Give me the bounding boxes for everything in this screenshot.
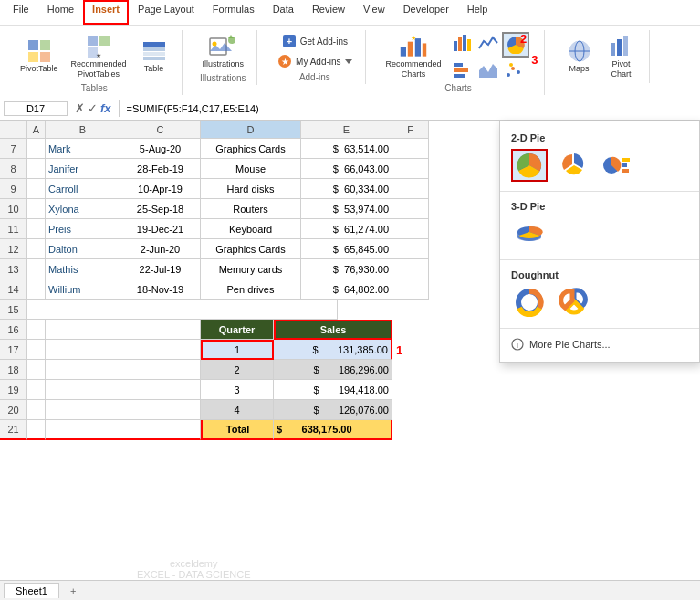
svg-rect-8 (143, 42, 165, 47)
col-header-b[interactable]: B (46, 121, 120, 139)
table-row: 10 Xylona 25-Sep-18 Routers $ 53,974.00 (0, 199, 429, 219)
col-header-d[interactable]: D (201, 121, 301, 139)
group-maps: Maps PivotChart (552, 30, 650, 83)
svg-point-54 (524, 297, 535, 308)
svg-rect-28 (458, 37, 462, 51)
svg-rect-2 (28, 52, 38, 62)
table-row: 14 Willium 18-Nov-19 Pen drives $ 64,802… (0, 279, 429, 300)
group-illustrations: Illustrations Illustrations (190, 30, 258, 85)
svg-rect-25 (423, 44, 426, 57)
tab-developer[interactable]: Developer (394, 0, 458, 25)
doughnut-explode-icon[interactable] (555, 286, 591, 319)
table-row: 15 (0, 300, 429, 320)
pie-2d-bar-icon[interactable] (599, 149, 635, 182)
svg-rect-22 (401, 47, 406, 57)
svg-point-39 (509, 63, 513, 67)
pie-3d-icon[interactable] (511, 217, 548, 250)
cell-reference[interactable]: D17 (4, 101, 68, 116)
formula-cancel-icon[interactable]: ✗ (75, 101, 85, 115)
badge-3: 3 (531, 53, 538, 67)
scatter-chart-button[interactable] (502, 59, 526, 81)
tab-view[interactable]: View (354, 0, 394, 25)
divider-3 (500, 328, 699, 329)
doughnut-icon[interactable] (511, 286, 548, 319)
sheet-tab-1[interactable]: Sheet1 (4, 583, 59, 598)
col-header-a[interactable]: A (27, 121, 46, 139)
formula-input[interactable] (123, 102, 696, 115)
svg-rect-32 (454, 63, 463, 67)
column-chart-button[interactable] (451, 32, 475, 58)
more-pie-charts-link[interactable]: i More Pie Charts... (500, 334, 699, 354)
svg-rect-43 (611, 43, 615, 56)
tab-data[interactable]: Data (264, 0, 303, 25)
recommended-charts-button[interactable]: ★ RecommendedCharts (382, 32, 445, 81)
svg-rect-27 (454, 41, 457, 51)
svg-point-37 (511, 67, 515, 70)
table-row: 9 Carroll 10-Apr-19 Hard disks $ 60,334.… (0, 179, 429, 199)
divider-1 (500, 191, 699, 192)
col-header-f[interactable]: F (392, 121, 429, 139)
pivot-table-button[interactable]: PivotTable (16, 37, 62, 76)
col-header-e[interactable]: E (301, 121, 392, 139)
formula-confirm-icon[interactable]: ✓ (88, 101, 98, 115)
add-sheet-button[interactable]: + (61, 584, 85, 598)
bar-chart-button[interactable] (451, 59, 475, 81)
line-chart-button[interactable] (476, 32, 500, 58)
charts-group-label: Charts (444, 83, 471, 93)
maps-button[interactable]: Maps (561, 37, 598, 76)
svg-point-36 (507, 73, 510, 77)
svg-rect-33 (454, 68, 468, 72)
svg-rect-9 (143, 47, 165, 51)
table-button[interactable]: Table (136, 37, 172, 76)
table-row: 17 1 $ 131,385.00 1 (0, 340, 429, 360)
svg-rect-3 (40, 52, 50, 62)
3d-pie-title: 3-D Pie (500, 197, 699, 214)
svg-text:+: + (286, 36, 291, 47)
pivot-chart-button[interactable]: PivotChart (603, 32, 640, 81)
svg-marker-35 (479, 64, 497, 78)
svg-rect-44 (617, 39, 622, 56)
svg-text:★: ★ (96, 52, 101, 58)
tab-help[interactable]: Help (458, 0, 497, 25)
tab-review[interactable]: Review (303, 0, 354, 25)
table-row: 20 4 $ 126,076.00 (0, 400, 429, 420)
area-chart-button[interactable] (476, 59, 500, 81)
total-label: Total (201, 420, 274, 440)
svg-rect-34 (454, 74, 465, 78)
watermark: exceldemyEXCEL - DATA SCIENCE (137, 558, 251, 580)
addins-group-label: Add-ins (299, 72, 330, 82)
svg-point-38 (517, 70, 520, 74)
formula-fx-icon[interactable]: fx (100, 101, 111, 115)
illustrations-button[interactable]: Illustrations (199, 32, 248, 71)
tab-formulas[interactable]: Formulas (204, 0, 264, 25)
more-pie-charts-label: More Pie Charts... (529, 339, 611, 350)
svg-rect-0 (28, 40, 38, 50)
svg-text:★: ★ (281, 57, 289, 67)
get-addins-button[interactable]: + Get Add-ins (278, 32, 351, 50)
tab-home[interactable]: Home (38, 0, 83, 25)
illustrations-group-label: Illustrations (200, 73, 246, 83)
svg-rect-5 (99, 36, 110, 46)
table-row: 12 Dalton 2-Jun-20 Graphics Cards $ 65,8… (0, 239, 429, 259)
quarter-header: Quarter (201, 320, 274, 340)
total-value: $ 638,175.00 (274, 420, 392, 440)
pie-2d-explode-icon[interactable] (555, 149, 591, 182)
2d-pie-row (500, 145, 699, 185)
tab-insert[interactable]: Insert (83, 0, 129, 25)
table-row: 19 3 $ 194,418.00 (0, 380, 429, 400)
tab-file[interactable]: File (4, 0, 38, 25)
3d-pie-row (500, 214, 699, 254)
2d-pie-title: 2-D Pie (500, 129, 699, 145)
svg-rect-10 (143, 52, 165, 56)
doughnut-row (500, 282, 699, 322)
svg-rect-11 (143, 57, 165, 60)
svg-marker-16 (228, 35, 234, 38)
pie-2d-solid-icon[interactable] (511, 149, 548, 182)
col-header-c[interactable]: C (120, 121, 201, 139)
corner-cell (0, 121, 27, 139)
my-addins-button[interactable]: ★ My Add-ins (274, 52, 355, 70)
badge-1: 1 (392, 340, 402, 360)
recommended-pivot-tables-button[interactable]: ★ RecommendedPivotTables (68, 32, 131, 81)
formula-bar: D17 ✗ ✓ fx (0, 97, 700, 121)
tab-page-layout[interactable]: Page Layout (129, 0, 204, 25)
